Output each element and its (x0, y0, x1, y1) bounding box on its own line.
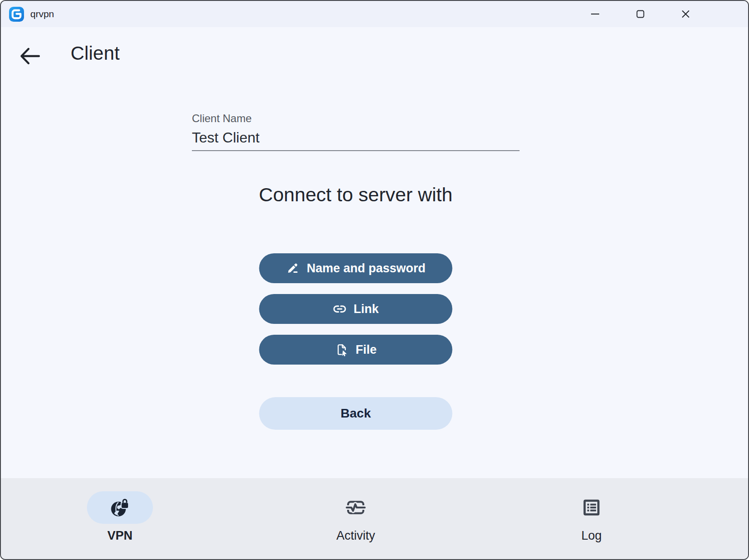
maximize-button[interactable] (618, 1, 663, 27)
vpn-active-pill (87, 491, 153, 524)
button-label: Name and password (307, 261, 426, 275)
connect-heading: Connect to server with (259, 184, 453, 206)
activity-icon (345, 497, 366, 518)
window-controls (572, 1, 708, 27)
file-icon (335, 343, 348, 356)
nav-label-activity: Activity (336, 529, 375, 543)
app-logo-icon (9, 6, 24, 22)
nav-item-activity[interactable]: Activity (306, 491, 406, 543)
pen-icon (286, 261, 300, 275)
log-icon-wrap (558, 491, 625, 524)
minimize-button[interactable] (572, 1, 618, 27)
button-label: Link (353, 302, 379, 316)
bottom-nav-bar: VPN Activity (1, 478, 748, 559)
back-button[interactable]: Back (259, 397, 453, 430)
nav-label-log: Log (581, 529, 601, 543)
link-button[interactable]: Link (259, 294, 453, 324)
window-title: qrvpn (30, 9, 54, 19)
back-arrow-button[interactable] (17, 43, 43, 69)
page-title: Client (71, 43, 120, 64)
link-icon (333, 302, 346, 316)
title-bar: qrvpn (1, 1, 748, 27)
maximize-icon (635, 9, 646, 19)
activity-icon-wrap (323, 491, 389, 524)
file-button[interactable]: File (259, 335, 453, 365)
client-name-label: Client Name (192, 112, 520, 125)
client-name-input[interactable] (192, 129, 520, 151)
close-button[interactable] (663, 1, 708, 27)
log-icon (582, 498, 601, 517)
button-label: Back (341, 406, 371, 421)
nav-label-vpn: VPN (107, 529, 133, 543)
minimize-icon (590, 9, 601, 19)
connect-options: Name and password Link File (259, 253, 453, 365)
globe-lock-icon (108, 496, 132, 519)
arrow-left-icon (19, 47, 41, 66)
client-name-field: Client Name (192, 112, 520, 151)
button-label: File (356, 343, 377, 357)
app-window: qrvpn Client (0, 0, 749, 560)
nav-item-vpn[interactable]: VPN (70, 491, 170, 543)
nav-item-log[interactable]: Log (542, 491, 641, 543)
close-icon (680, 9, 691, 19)
name-and-password-button[interactable]: Name and password (259, 253, 453, 283)
